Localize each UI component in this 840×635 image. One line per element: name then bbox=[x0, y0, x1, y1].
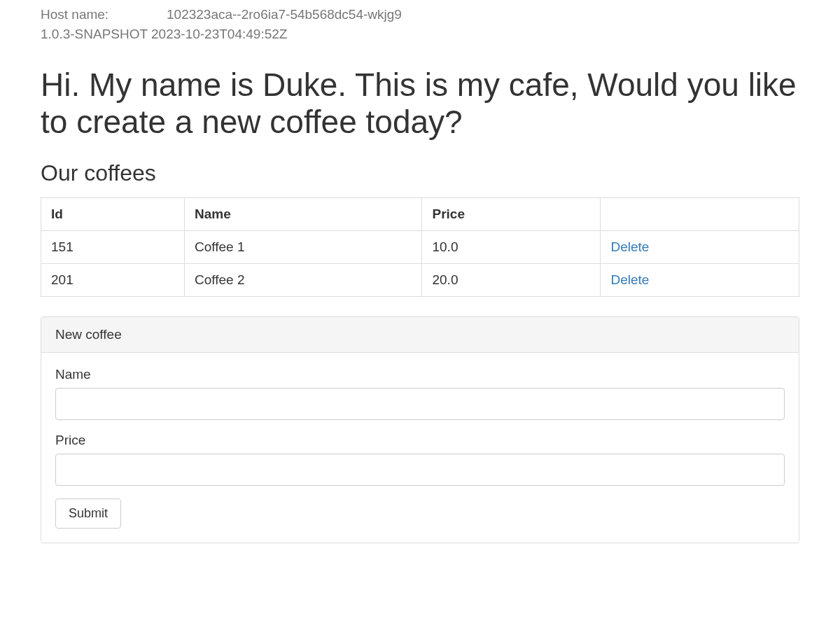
panel-heading: New coffee bbox=[41, 317, 799, 353]
hostname-label: Host name: bbox=[41, 7, 125, 22]
col-header-actions bbox=[601, 197, 799, 230]
name-input[interactable] bbox=[55, 388, 785, 420]
version-row: 1.0.3-SNAPSHOT 2023-10-23T04:49:52Z bbox=[41, 27, 799, 42]
price-input[interactable] bbox=[55, 454, 785, 486]
col-header-price: Price bbox=[422, 197, 601, 230]
cell-name: Coffee 2 bbox=[185, 263, 422, 296]
coffees-heading: Our coffees bbox=[41, 160, 799, 186]
table-row: 151 Coffee 1 10.0 Delete bbox=[41, 230, 799, 263]
form-group-name: Name bbox=[55, 367, 785, 420]
price-label: Price bbox=[55, 433, 785, 448]
hostname-row: Host name: 102323aca--2ro6ia7-54b568dc54… bbox=[41, 7, 799, 22]
delete-link[interactable]: Delete bbox=[610, 272, 649, 287]
build-time: 2023-10-23T04:49:52Z bbox=[151, 27, 287, 41]
cell-id: 201 bbox=[41, 263, 185, 296]
col-header-name: Name bbox=[185, 197, 422, 230]
table-header-row: Id Name Price bbox=[41, 197, 799, 230]
cell-price: 20.0 bbox=[422, 263, 601, 296]
form-group-price: Price bbox=[55, 433, 785, 486]
cell-actions: Delete bbox=[601, 230, 799, 263]
cell-id: 151 bbox=[41, 230, 185, 263]
coffees-table: Id Name Price 151 Coffee 1 10.0 Delete 2… bbox=[41, 197, 799, 297]
table-row: 201 Coffee 2 20.0 Delete bbox=[41, 263, 799, 296]
cell-name: Coffee 1 bbox=[185, 230, 422, 263]
delete-link[interactable]: Delete bbox=[610, 239, 649, 254]
page-title: Hi. My name is Duke. This is my cafe, Wo… bbox=[41, 67, 799, 141]
new-coffee-panel: New coffee Name Price Submit bbox=[41, 316, 799, 543]
panel-body: Name Price Submit bbox=[41, 353, 799, 543]
col-header-id: Id bbox=[41, 197, 185, 230]
version-value: 1.0.3-SNAPSHOT bbox=[41, 27, 148, 41]
cell-actions: Delete bbox=[601, 263, 799, 296]
name-label: Name bbox=[55, 367, 785, 382]
hostname-value: 102323aca--2ro6ia7-54b568dc54-wkjg9 bbox=[167, 7, 402, 22]
submit-button[interactable]: Submit bbox=[55, 498, 121, 529]
cell-price: 10.0 bbox=[422, 230, 601, 263]
